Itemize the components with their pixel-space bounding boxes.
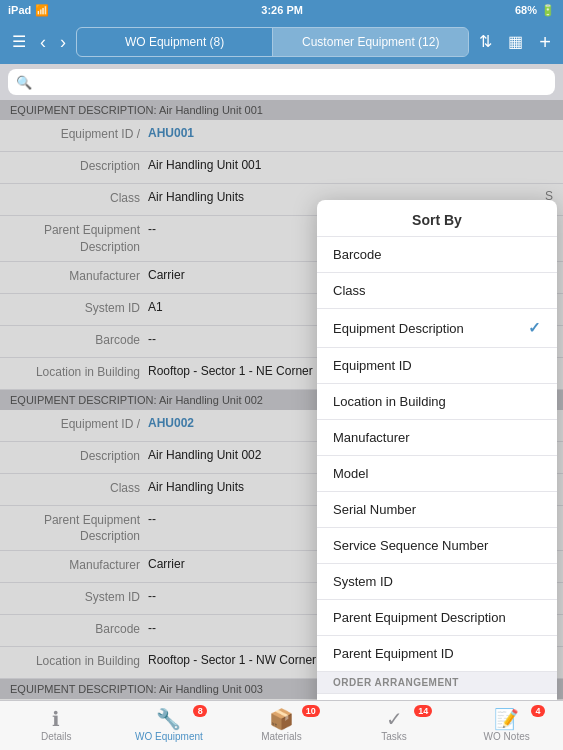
tab-wo-notes[interactable]: 📝 4 WO Notes [450,701,563,750]
sort-order-ascending[interactable]: Ascending Order (A-Z) ✓ [317,694,557,700]
forward-button[interactable]: › [56,29,70,55]
tab-materials[interactable]: 📦 10 Materials [225,701,338,750]
sort-item-label: Parent Equipment Description [333,610,506,625]
sort-item-equipment-description[interactable]: Equipment Description ✓ [317,309,557,348]
search-input-wrap[interactable]: 🔍 [8,69,555,95]
sort-item-location-building[interactable]: Location in Building [317,384,557,420]
sort-by-panel: Sort By Barcode Class Equipment Descript… [317,200,557,700]
sort-item-label: System ID [333,574,393,589]
wo-equipment-icon: 🔧 [156,709,181,729]
tab-wo-notes-label: WO Notes [484,731,530,742]
materials-icon: 📦 [269,709,294,729]
menu-button[interactable]: ☰ [8,30,30,54]
sort-item-equipment-id[interactable]: Equipment ID [317,348,557,384]
materials-badge: 10 [302,705,320,717]
sort-button[interactable]: ⇅ [475,30,496,54]
details-icon: ℹ [52,709,60,729]
battery-icon: 🔋 [541,4,555,17]
sort-item-parent-description[interactable]: Parent Equipment Description [317,600,557,636]
status-bar-time: 3:26 PM [261,4,303,16]
sort-item-barcode[interactable]: Barcode [317,237,557,273]
tab-materials-label: Materials [261,731,302,742]
status-bar: iPad 📶 3:26 PM 68% 🔋 [0,0,563,20]
wo-equipment-badge: 8 [193,705,207,717]
search-bar: 🔍 [0,64,563,100]
tab-tasks[interactable]: ✓ 14 Tasks [338,701,451,750]
search-input[interactable] [36,75,547,90]
tab-customer-equipment[interactable]: Customer Equipment (12) [273,28,468,56]
sort-item-label: Parent Equipment ID [333,646,454,661]
tab-details-label: Details [41,731,72,742]
order-arrangement-header: ORDER ARRANGEMENT [317,672,557,694]
sort-item-class[interactable]: Class [317,273,557,309]
checkmark-icon: ✓ [528,319,541,337]
sort-item-label: Service Sequence Number [333,538,488,553]
battery-label: 68% [515,4,537,16]
sort-item-label: Equipment ID [333,358,412,373]
search-icon: 🔍 [16,75,32,90]
sort-item-serial-number[interactable]: Serial Number [317,492,557,528]
tasks-icon: ✓ [386,709,403,729]
nav-right-icons: ⇅ ▦ + [475,28,555,56]
status-bar-right: 68% 🔋 [515,4,555,17]
wo-notes-icon: 📝 [494,709,519,729]
main-content: EQUIPMENT DESCRIPTION: Air Handling Unit… [0,100,563,700]
sort-item-service-sequence[interactable]: Service Sequence Number [317,528,557,564]
sort-item-label: Manufacturer [333,430,410,445]
sort-item-model[interactable]: Model [317,456,557,492]
carrier-label: iPad [8,4,31,16]
sort-item-label: Serial Number [333,502,416,517]
tab-tasks-label: Tasks [381,731,407,742]
nav-bar: ☰ ‹ › WO Equipment (8) Customer Equipmen… [0,20,563,64]
back-button[interactable]: ‹ [36,29,50,55]
wo-notes-badge: 4 [531,705,545,717]
tab-wo-equipment[interactable]: 🔧 8 WO Equipment [113,701,226,750]
sort-by-title: Sort By [317,200,557,237]
tab-details[interactable]: ℹ Details [0,701,113,750]
segment-control: WO Equipment (8) Customer Equipment (12) [76,27,469,57]
sort-item-label: Model [333,466,368,481]
sort-item-label: Class [333,283,366,298]
wifi-icon: 📶 [35,4,49,17]
tasks-badge: 14 [414,705,432,717]
barcode-button[interactable]: ▦ [504,30,527,54]
tab-wo-equipment[interactable]: WO Equipment (8) [77,28,272,56]
sort-item-parent-id[interactable]: Parent Equipment ID [317,636,557,672]
sort-item-system-id[interactable]: System ID [317,564,557,600]
sort-item-label: Equipment Description [333,321,464,336]
sort-item-label: Barcode [333,247,381,262]
tab-wo-equipment-label: WO Equipment [135,731,203,742]
add-button[interactable]: + [535,28,555,56]
tab-bar: ℹ Details 🔧 8 WO Equipment 📦 10 Material… [0,700,563,750]
sort-item-label: Location in Building [333,394,446,409]
sort-item-manufacturer[interactable]: Manufacturer [317,420,557,456]
status-bar-left: iPad 📶 [8,4,49,17]
